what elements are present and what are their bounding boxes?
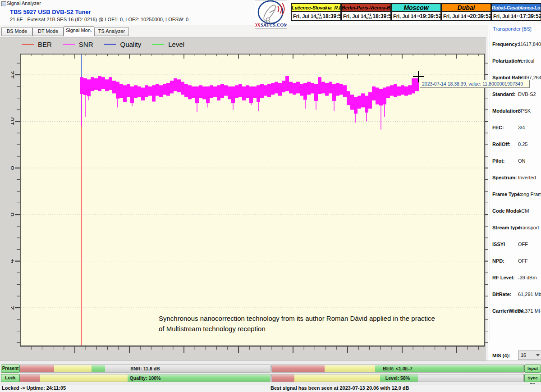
tab-ts-analyzer-ok-[interactable]: TS Analyzer (OK) <box>94 27 129 36</box>
snr-trace-segment <box>109 77 112 90</box>
y-tick-label: 4 <box>11 259 16 263</box>
snr-trace-segment <box>293 83 296 95</box>
snr-trace-segment <box>339 84 343 95</box>
snr-bar: SNR: 11,6 dB <box>20 365 270 373</box>
snr-trace-segment <box>213 87 217 97</box>
snr-trace-segment <box>130 87 134 103</box>
y-tick-label: 8 <box>11 166 16 170</box>
legend-label: BER <box>38 41 52 48</box>
tp-label-rf-level-: RF Level: <box>492 275 515 280</box>
snr-trace-segment <box>170 81 174 93</box>
logo-text: DXSATCS.COM <box>255 23 287 27</box>
snr-trace-segment <box>119 84 123 98</box>
app-icon <box>1 1 6 6</box>
tuner-title: TBS 5927 USB DVB-S2 Tuner <box>10 9 91 15</box>
crosshair-cursor <box>418 71 419 82</box>
clock-time: 19:39:52 <box>420 13 441 19</box>
legend-item-level: Level <box>152 41 184 48</box>
snr-trace-segment <box>195 87 199 103</box>
snr-trace-segment <box>379 89 383 105</box>
legend-item-snr: SNR <box>63 41 93 48</box>
legend-label: Level <box>168 41 184 48</box>
snr-trace-segment <box>145 85 148 97</box>
snr-trace-segment <box>325 83 329 96</box>
tab-bs-mode[interactable]: BS Mode <box>1 27 32 36</box>
snr-trace-segment <box>83 78 87 95</box>
mis-value: 16 <box>521 352 526 358</box>
snr-trace-segment <box>314 84 318 101</box>
tp-value-pilot-: ON <box>518 158 526 164</box>
lock-uptime-status: Locked -> Uptime: 24:11:05 <box>2 385 266 391</box>
clock-date: Fri, Jul 14 <box>293 14 316 19</box>
lock-button[interactable]: Lock <box>1 374 20 382</box>
clock-5: Rabat-Casablanca-LondonFri, Jul 14+117:3… <box>491 3 541 21</box>
snr-trace-segment <box>365 96 368 113</box>
tp-label-rolloff-: RollOff: <box>492 141 510 147</box>
clock-time-row: Fri, Jul 14+117:39:52 <box>492 12 541 20</box>
bar-readout: BER: <1.0E-7 <box>272 365 523 372</box>
snr-trace-segment <box>386 87 390 98</box>
statusbar-divider <box>268 384 268 392</box>
signal-bars-area: PresentLockInput TSSync TSSNR: 11,6 dBQu… <box>0 360 541 384</box>
snr-trace-segment <box>238 84 242 97</box>
sync-ts-button[interactable]: Sync TS <box>524 374 541 382</box>
tp-value-polarization-: Vertical <box>518 58 534 64</box>
snr-trace-segment <box>376 87 379 104</box>
snr-trace-segment <box>181 82 184 95</box>
snr-trace-segment <box>412 78 415 94</box>
snr-trace-segment <box>278 83 282 96</box>
legend-label: Quality <box>120 41 142 48</box>
legend-line-sample <box>22 44 34 45</box>
snr-trace-segment <box>408 85 412 95</box>
snr-trace-segment <box>134 85 138 98</box>
clock-2: Berlin-Paris-Vienna-BelgradeFri, Jul 14+… <box>341 3 391 21</box>
mis-dropdown[interactable]: 16 <box>518 351 541 360</box>
snr-trace-segment <box>116 82 119 99</box>
clock-3: MoscowFri, Jul 14+319:39:52 <box>391 3 441 21</box>
tp-value-spectrum-: Inverted <box>518 175 536 180</box>
snr-trace-segment <box>285 76 289 91</box>
clock-city: Moscow <box>392 4 440 12</box>
legend-line-sample <box>63 44 75 45</box>
snr-trace-segment <box>228 87 231 99</box>
tp-value-rolloff-: 0.25 <box>518 141 527 147</box>
snr-trace-segment <box>224 85 228 96</box>
bar-readout: Level: 58% <box>272 374 523 382</box>
dxsatcs-logo: DXSATCS.COM <box>255 0 287 29</box>
bar-readout: Quality: 100% <box>20 374 270 382</box>
tab-bar: BS ModeDT ModeSignal Mon.TS Analyzer (OK… <box>0 25 488 37</box>
annotation-line2: of Multistream technology reception <box>159 324 447 334</box>
snr-trace-segment <box>91 77 94 91</box>
clock-date: Fri, Jul 14 <box>493 14 516 19</box>
clock-1: Lučenec-Slovakia_R.DávidFri, Jul 14+1DST… <box>291 3 341 21</box>
clock-city: Lučenec-Slovakia_R.Dávid <box>292 4 340 12</box>
tp-value-bitrate-: 61,291 Mbit/s <box>518 292 541 297</box>
snr-trace-segment <box>166 83 170 96</box>
snr-trace-segment <box>264 85 267 96</box>
snr-trace-segment <box>253 87 257 98</box>
tp-label-code-mode-: Code Mode: <box>492 208 521 214</box>
tab-dt-mode[interactable]: DT Mode <box>32 27 64 36</box>
snr-trace-segment <box>141 87 145 100</box>
quality-bar: Quality: 100% <box>20 374 270 382</box>
clock-date: Fri, Jul 14 <box>443 14 466 19</box>
present-button[interactable]: Present <box>1 365 20 373</box>
tp-value-frame-type-: Long Frame <box>518 191 541 197</box>
snr-trace-segment <box>257 85 260 102</box>
input-ts-button[interactable]: Input TS <box>524 365 541 373</box>
y-tick-label: 6 <box>11 212 16 216</box>
snr-plot-area[interactable]: 24681012 <box>11 50 490 354</box>
level-bar: Level: 58% <box>271 374 524 382</box>
snr-trace-segment <box>127 84 130 97</box>
snr-trace-segment <box>98 76 101 91</box>
legend-line-sample <box>104 44 116 45</box>
tab-signal-mon-[interactable]: Signal Mon. <box>64 26 94 36</box>
y-tick-label: 2 <box>11 305 16 310</box>
tp-value-fec-: 3/4 <box>518 125 525 130</box>
legend-item-ber: BER <box>22 41 52 48</box>
snr-trace-segment <box>231 87 235 103</box>
snr-trace-segment <box>394 84 397 97</box>
transponder-panel: Transponder [BS] Frequency:11617,840 MHz… <box>488 25 541 363</box>
snr-trace-segment <box>217 85 220 100</box>
snr-trace-segment <box>152 85 156 101</box>
